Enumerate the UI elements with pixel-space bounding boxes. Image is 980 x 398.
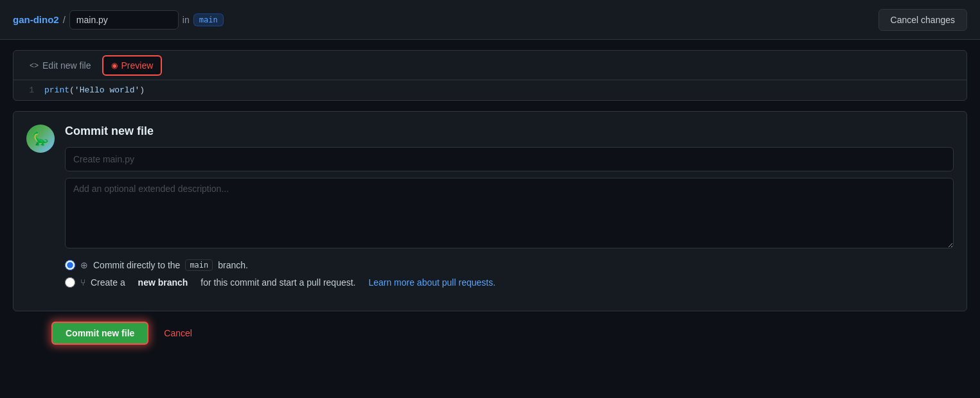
code-paren-close: ) [139, 85, 145, 95]
code-keyword: print [44, 85, 69, 95]
path-separator: / [63, 14, 66, 25]
git-branch-icon: ⑂ [80, 277, 85, 288]
git-commit-icon: ⊕ [80, 260, 88, 270]
avatar: 🦕 [26, 125, 55, 153]
radio-pr-text-mid: for this commit and start a pull request… [200, 277, 355, 288]
learn-more-link[interactable]: Learn more about pull requests. [368, 277, 495, 288]
radio-direct-text-post: branch. [218, 260, 248, 270]
code-line-1: 1 print('Hello world') [13, 85, 967, 95]
radio-options: ⊕ Commit directly to the main branch. ⑂ … [65, 259, 954, 288]
editor-tabs: <> Edit new file ◉ Preview [13, 51, 967, 80]
radio-pr-text-pre: Create a [91, 277, 125, 288]
code-string: 'Hello world' [75, 85, 139, 95]
branch-badge: main [193, 13, 224, 26]
line-number-1: 1 [13, 85, 44, 95]
code-area: 1 print('Hello world') [13, 80, 967, 100]
header-left: gan-dino2 / in main [13, 10, 878, 30]
line-code-1: print('Hello world') [44, 85, 145, 95]
tab-edit[interactable]: <> Edit new file [21, 56, 100, 75]
radio-direct-text-pre: Commit directly to the [93, 260, 180, 270]
in-label: in [183, 15, 190, 25]
commit-section: 🦕 Commit new file ⊕ Commit directly to t… [13, 111, 967, 311]
commit-message-input[interactable] [65, 147, 954, 171]
cancel-button[interactable]: Cancel [156, 323, 200, 343]
radio-direct-branch: main [185, 259, 213, 271]
cancel-changes-button[interactable]: Cancel changes [878, 9, 967, 31]
code-icon: <> [30, 61, 39, 70]
filename-input[interactable] [69, 10, 179, 30]
action-buttons: Commit new file Cancel [13, 311, 967, 347]
repo-link[interactable]: gan-dino2 [13, 14, 59, 25]
avatar-image: 🦕 [26, 125, 55, 153]
radio-pr[interactable] [65, 277, 75, 288]
radio-pr-bold: new branch [138, 277, 188, 288]
code-paren-open: ( [69, 85, 75, 95]
radio-option-pr: ⑂ Create a new branch for this commit an… [65, 277, 954, 288]
tab-preview[interactable]: ◉ Preview [102, 55, 163, 76]
radio-option-direct: ⊕ Commit directly to the main branch. [65, 259, 954, 271]
main-content: <> Edit new file ◉ Preview 1 print('Hell… [0, 40, 980, 358]
header: gan-dino2 / in main Cancel changes [0, 0, 980, 40]
tab-preview-label: Preview [121, 60, 154, 71]
radio-direct[interactable] [65, 260, 75, 270]
commit-section-title: Commit new file [65, 125, 954, 138]
commit-new-file-button[interactable]: Commit new file [51, 322, 148, 345]
commit-description-textarea[interactable] [65, 178, 954, 248]
tab-edit-label: Edit new file [42, 60, 91, 71]
editor-panel: <> Edit new file ◉ Preview 1 print('Hell… [13, 50, 967, 101]
preview-icon: ◉ [111, 61, 118, 70]
commit-form: Commit new file ⊕ Commit directly to the… [65, 125, 954, 298]
